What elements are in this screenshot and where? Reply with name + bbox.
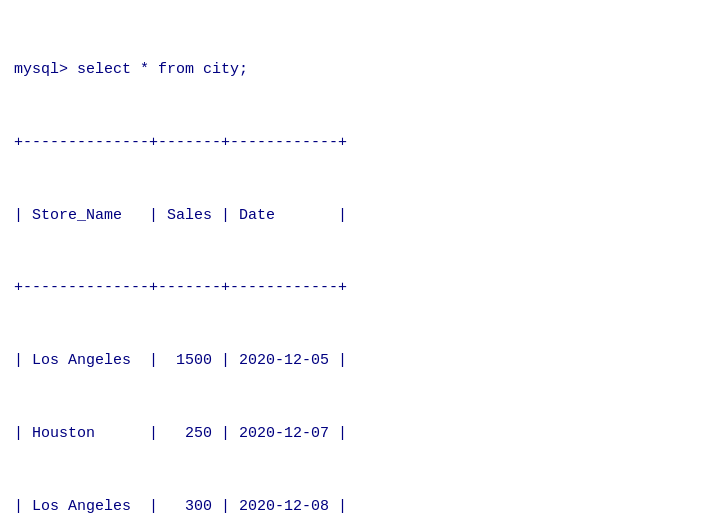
table1-divider-top: +--------------+-------+------------+ — [14, 131, 698, 156]
command1-text: select * from city; — [77, 61, 248, 78]
table1-row-1: | Los Angeles | 1500 | 2020-12-05 | — [14, 349, 698, 374]
command1-line: mysql> select * from city; — [14, 58, 698, 83]
table1-divider-mid: +--------------+-------+------------+ — [14, 276, 698, 301]
prompt1: mysql> — [14, 61, 68, 78]
terminal-output: mysql> select * from city; +------------… — [14, 10, 698, 532]
table1-row-3: | Los Angeles | 300 | 2020-12-08 | — [14, 495, 698, 520]
table1-header: | Store_Name | Sales | Date | — [14, 204, 698, 229]
table1-row-2: | Houston | 250 | 2020-12-07 | — [14, 422, 698, 447]
